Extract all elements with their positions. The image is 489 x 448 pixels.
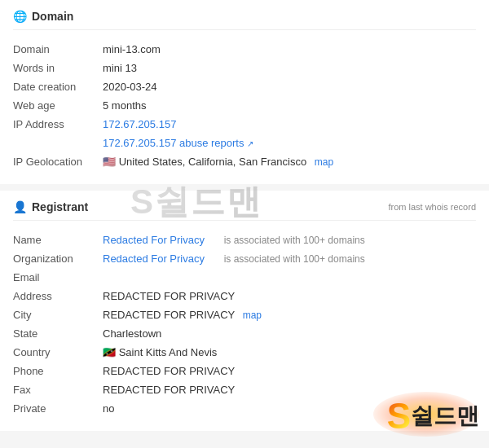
country-value: 🇰🇳 Saint Kitts And Nevis: [103, 343, 476, 362]
org-link[interactable]: Redacted For Privacy: [103, 253, 205, 265]
fax-label: Fax: [13, 380, 103, 399]
table-row: Phone REDACTED FOR PRIVACY: [13, 362, 476, 380]
ip-address-value: 172.67.205.157: [103, 115, 476, 134]
table-row: Email: [13, 268, 476, 287]
globe-icon: 🌐: [13, 10, 27, 23]
ip-address-link[interactable]: 172.67.205.157: [103, 118, 176, 130]
table-row: Words in mini 13: [13, 59, 476, 77]
table-row: City REDACTED FOR PRIVACY map: [13, 305, 476, 324]
table-row: Web age 5 months: [13, 96, 476, 115]
person-icon: 👤: [13, 200, 27, 213]
name-link[interactable]: Redacted For Privacy: [103, 234, 205, 246]
phone-value: REDACTED FOR PRIVACY: [103, 362, 476, 380]
email-value: [103, 268, 476, 287]
date-creation-value: 2020-03-24: [103, 77, 476, 96]
registrant-section: 👤 Registrant from last whois record Name…: [0, 191, 489, 431]
geo-text: United States, California, San Francisco: [119, 156, 307, 168]
domain-label: Domain: [13, 40, 103, 59]
ip-address-label: IP Address: [13, 115, 103, 134]
external-icon: ↗: [247, 139, 253, 148]
ip-geo-label: IP Geolocation: [13, 152, 103, 171]
ip-abuse-value: 172.67.205.157 abuse reports ↗: [103, 134, 476, 152]
country-label: Country: [13, 343, 103, 362]
ip-abuse-label: [13, 134, 103, 152]
name-assoc: is associated with 100+ domains: [224, 235, 365, 246]
registrant-section-header: 👤 Registrant: [13, 200, 88, 213]
table-row: 172.67.205.157 abuse reports ↗: [13, 134, 476, 152]
name-label: Name: [13, 231, 103, 249]
table-row: Fax REDACTED FOR PRIVACY: [13, 380, 476, 399]
domain-section-header: 🌐 Domain: [13, 10, 476, 30]
ip-geo-value: 🇺🇸 United States, California, San Franci…: [103, 152, 476, 171]
private-value: no: [103, 399, 476, 418]
table-row: IP Geolocation 🇺🇸 United States, Califor…: [13, 152, 476, 171]
us-flag-icon: 🇺🇸: [103, 156, 116, 168]
email-label: Email: [13, 268, 103, 287]
web-age-value: 5 months: [103, 96, 476, 115]
table-row: Domain mini-13.com: [13, 40, 476, 59]
name-value: Redacted For Privacy is associated with …: [103, 231, 476, 249]
domain-value: mini-13.com: [103, 40, 476, 59]
address-label: Address: [13, 287, 103, 305]
address-value: REDACTED FOR PRIVACY: [103, 287, 476, 305]
domain-info-table: Domain mini-13.com Words in mini 13 Date…: [13, 40, 476, 171]
domain-header-label: Domain: [32, 10, 73, 23]
phone-label: Phone: [13, 362, 103, 380]
domain-section: 🌐 Domain Domain mini-13.com Words in min…: [0, 0, 489, 184]
words-in-value: mini 13: [103, 59, 476, 77]
table-row: Private no: [13, 399, 476, 418]
table-row: Name Redacted For Privacy is associated …: [13, 231, 476, 249]
table-row: Organization Redacted For Privacy is ass…: [13, 249, 476, 268]
country-text: Saint Kitts And Nevis: [119, 346, 218, 358]
state-value: Charlestown: [103, 324, 476, 343]
table-row: State Charlestown: [13, 324, 476, 343]
city-label: City: [13, 305, 103, 324]
state-label: State: [13, 324, 103, 343]
date-creation-label: Date creation: [13, 77, 103, 96]
table-row: Date creation 2020-03-24: [13, 77, 476, 96]
city-value: REDACTED FOR PRIVACY map: [103, 305, 476, 324]
fax-value: REDACTED FOR PRIVACY: [103, 380, 476, 399]
private-label: Private: [13, 399, 103, 418]
registrant-info-table: Name Redacted For Privacy is associated …: [13, 231, 476, 418]
org-label: Organization: [13, 249, 103, 268]
registrant-header-row: 👤 Registrant from last whois record: [13, 200, 476, 221]
kn-flag-icon: 🇰🇳: [103, 346, 116, 358]
registrant-header-label: Registrant: [32, 200, 88, 213]
ip-abuse-link[interactable]: 172.67.205.157 abuse reports ↗: [103, 137, 253, 149]
org-value: Redacted For Privacy is associated with …: [103, 249, 476, 268]
org-assoc: is associated with 100+ domains: [224, 253, 365, 265]
table-row: Address REDACTED FOR PRIVACY: [13, 287, 476, 305]
table-row: Country 🇰🇳 Saint Kitts And Nevis: [13, 343, 476, 362]
registrant-subheader: from last whois record: [388, 202, 476, 212]
words-in-label: Words in: [13, 59, 103, 77]
web-age-label: Web age: [13, 96, 103, 115]
table-row: IP Address 172.67.205.157: [13, 115, 476, 134]
city-map-link[interactable]: map: [243, 310, 262, 321]
geo-map-link[interactable]: map: [315, 156, 333, 168]
